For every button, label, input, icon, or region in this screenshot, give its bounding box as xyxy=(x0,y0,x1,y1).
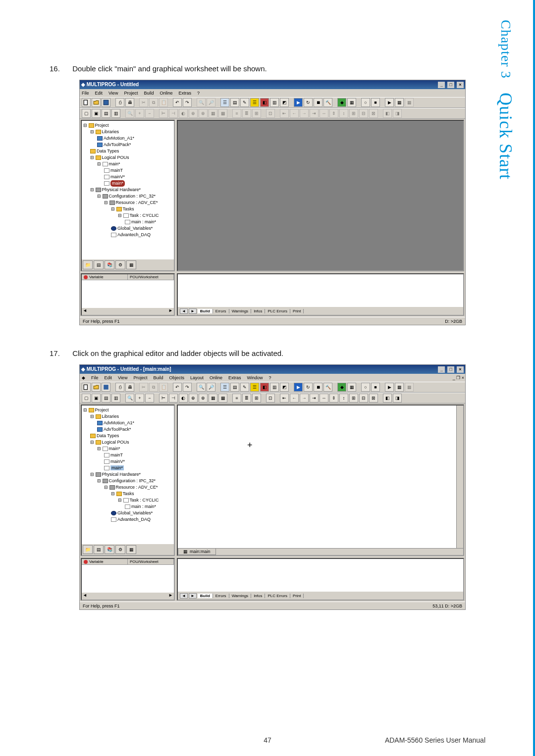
contact-closed-icon[interactable]: ⊣ xyxy=(169,394,178,403)
tree-datatypes-2[interactable]: Data Types xyxy=(97,433,119,438)
msg-tab-print[interactable]: Print xyxy=(290,309,304,313)
msg-tab-infos[interactable]: Infos xyxy=(251,309,265,313)
save-icon-2[interactable] xyxy=(102,383,110,392)
msg-tab-plcerrors-2[interactable]: PLC Errors xyxy=(265,594,290,598)
var-col-pou-2[interactable]: POU/Worksheet xyxy=(128,559,174,564)
menu-extras-2[interactable]: Extras xyxy=(228,374,241,382)
navb-5-icon[interactable]: ↔ xyxy=(320,394,328,403)
net-above-icon[interactable]: ≡ xyxy=(232,394,241,403)
tree-mainV-2[interactable]: mainV* xyxy=(110,459,125,464)
tree-tab-lib-icon-2[interactable]: 📚 xyxy=(105,545,114,554)
open-icon[interactable] xyxy=(92,98,101,107)
tree-globals-2[interactable]: Global_Variables* xyxy=(117,510,153,515)
tree-lib2-2[interactable]: AdvToolPack* xyxy=(104,427,131,432)
coil-icon[interactable]: ◐ xyxy=(179,394,188,403)
t2-4-icon[interactable]: ▥ xyxy=(111,109,120,118)
navb-9-icon[interactable]: ⊟ xyxy=(359,394,368,403)
tree-physical[interactable]: Physical Hardware* xyxy=(102,187,141,192)
redo-icon[interactable]: ↷ xyxy=(183,98,192,107)
drag-icon[interactable]: ☰ xyxy=(250,98,259,107)
wizard-icon-2[interactable]: ✎ xyxy=(240,383,249,392)
pane4-icon[interactable]: ▥ xyxy=(270,98,279,107)
var-col-pou[interactable]: POU/Worksheet xyxy=(128,274,174,280)
print-icon-2[interactable]: 🖶 xyxy=(125,383,134,392)
menu-build-2[interactable]: Build xyxy=(153,374,163,382)
menu-help[interactable]: ? xyxy=(197,89,200,97)
rebuild-icon-2[interactable]: ↻ xyxy=(304,383,313,392)
tree-lib1-2[interactable]: AdvMotion_A1* xyxy=(104,420,134,425)
open-icon-2[interactable] xyxy=(92,383,101,392)
build-icon-2[interactable]: ▶ xyxy=(294,383,303,392)
msg-tab-print-2[interactable]: Print xyxy=(290,594,304,598)
list-icon[interactable]: ▤ xyxy=(230,98,239,107)
t2-2-icon[interactable]: ▣ xyxy=(92,109,101,118)
zoomin-icon-2[interactable]: + xyxy=(135,394,144,403)
block-icon[interactable]: ▦ xyxy=(209,394,217,403)
menu-edit[interactable]: Edit xyxy=(95,89,103,97)
hammer-icon[interactable]: 🔨 xyxy=(323,98,332,107)
maximize-icon[interactable]: □ xyxy=(447,82,454,88)
menu-file-2[interactable]: File xyxy=(91,374,99,382)
list-icon-2[interactable]: ▤ xyxy=(230,383,239,392)
tree-daq-2[interactable]: Advantech_DAQ xyxy=(117,517,151,522)
new-icon[interactable] xyxy=(82,98,91,107)
replace-icon-2[interactable]: 🔎 xyxy=(207,383,215,392)
tree-mainT[interactable]: mainT xyxy=(110,168,123,173)
tree-tab-pou-icon-2[interactable]: ▤ xyxy=(94,545,104,554)
project-tree-2[interactable]: ⊟ Project ⊟ Libraries AdvMotion_A1* AdvT… xyxy=(82,405,174,524)
hscroll-left-icon[interactable]: ◄ xyxy=(83,308,87,315)
project-tree[interactable]: ⊟ Project ⊟ Libraries AdvMotion_A1* AdvT… xyxy=(82,121,174,240)
tree-daq[interactable]: Advantech_DAQ xyxy=(117,232,151,237)
navb-6-icon[interactable]: ⇕ xyxy=(329,394,338,403)
tree-tab-hw-icon-2[interactable]: ⚙ xyxy=(115,545,125,554)
tree-icon-2[interactable]: ☰ xyxy=(220,383,229,392)
plc-connect-icon[interactable]: ◆ xyxy=(337,98,346,107)
tree-libraries[interactable]: Libraries xyxy=(102,129,119,134)
t2-1-icon[interactable]: ▢ xyxy=(82,109,91,118)
new-icon-2[interactable] xyxy=(82,383,91,392)
tree-main[interactable]: main* xyxy=(109,161,120,166)
navb-2-icon[interactable]: ← xyxy=(290,394,299,403)
menu-edit-2[interactable]: Edit xyxy=(105,374,112,382)
extb-1-icon[interactable]: ◧ xyxy=(383,394,392,403)
print-preview-icon[interactable]: ⎙ xyxy=(115,98,124,107)
msg-tab-infos-2[interactable]: Infos xyxy=(251,594,265,598)
t2b-3-icon[interactable]: ▤ xyxy=(102,394,110,403)
tree-libraries-2[interactable]: Libraries xyxy=(102,414,119,419)
menu-project-2[interactable]: Project xyxy=(133,374,147,382)
tree-datatypes[interactable]: Data Types xyxy=(97,149,119,153)
tree-project[interactable]: Project xyxy=(95,123,109,128)
msg-tab-plcerrors[interactable]: PLC Errors xyxy=(265,309,290,313)
plc-connect-icon-2[interactable]: ◆ xyxy=(337,383,346,392)
hscroll-right-icon[interactable]: ► xyxy=(168,308,173,315)
tree-lib1[interactable]: AdvMotion_A1* xyxy=(104,136,134,141)
tree-main-2[interactable]: main* xyxy=(109,446,120,451)
menu-view[interactable]: View xyxy=(108,89,118,97)
navb-8-icon[interactable]: ⊞ xyxy=(349,394,358,403)
menu-project[interactable]: Project xyxy=(124,89,138,97)
hscroll[interactable] xyxy=(178,548,463,555)
pane3-icon-2[interactable]: ◧ xyxy=(260,383,269,392)
pane3-icon[interactable]: ◧ xyxy=(260,98,269,107)
extb-2-icon[interactable]: ◨ xyxy=(393,394,402,403)
rebuild-icon[interactable]: ↻ xyxy=(304,98,313,107)
msg-next-icon[interactable]: ► xyxy=(189,308,197,314)
menu-build[interactable]: Build xyxy=(144,89,154,97)
plc-icon-2[interactable]: ▦ xyxy=(347,383,356,392)
tree-logical-2[interactable]: Logical POUs xyxy=(102,440,129,445)
var-col-variable[interactable]: Variable xyxy=(82,274,128,280)
flag2-icon-2[interactable]: ■ xyxy=(371,383,380,392)
stop-build-icon[interactable]: ⏹ xyxy=(314,98,322,107)
tree-project-2[interactable]: Project xyxy=(95,407,109,412)
stop-build-icon-2[interactable]: ⏹ xyxy=(314,383,322,392)
msg-tab-warnings[interactable]: Warnings xyxy=(229,309,252,313)
tree-task[interactable]: Task : CYCLIC xyxy=(130,213,159,218)
find-icon-2[interactable]: 🔍 xyxy=(197,383,206,392)
navb-4-icon[interactable]: ⇥ xyxy=(310,394,319,403)
tree-tasks[interactable]: Tasks xyxy=(123,206,134,211)
flag1-icon-2[interactable]: ○ xyxy=(361,383,370,392)
t2b-4-icon[interactable]: ▥ xyxy=(111,394,120,403)
tree-mainV[interactable]: mainV* xyxy=(110,174,125,179)
minimize-icon-2[interactable]: _ xyxy=(438,366,445,373)
tree-config-2[interactable]: Configuration : IPC_32* xyxy=(109,478,156,483)
